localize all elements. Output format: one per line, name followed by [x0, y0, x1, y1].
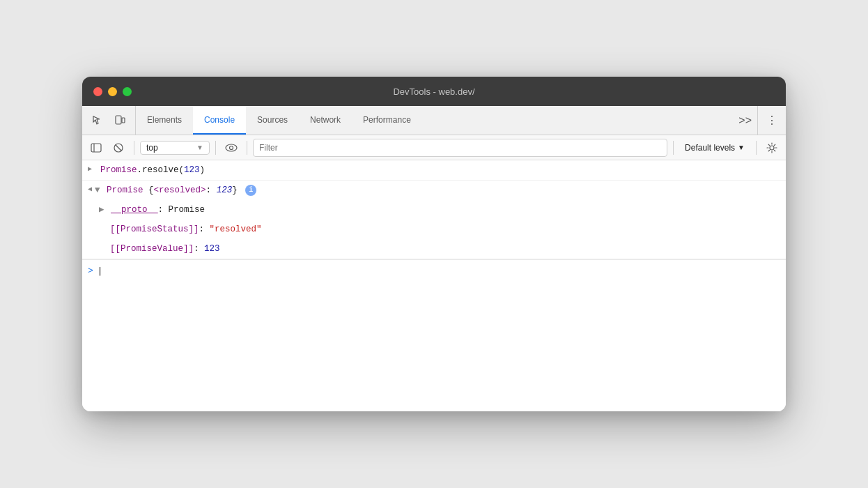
sidebar-toggle-button[interactable]: [86, 138, 106, 158]
proto-line: ▶ __proto__: Promise: [93, 200, 786, 220]
window-title: DevTools - web.dev/: [393, 86, 474, 97]
info-badge[interactable]: i: [245, 185, 256, 196]
context-arrow: ▼: [196, 144, 203, 151]
levels-arrow: ▼: [738, 144, 745, 151]
svg-point-6: [226, 144, 237, 151]
svg-point-7: [230, 146, 233, 149]
promise-main-line: ◀ ▼ Promise {<resolved>: 123} i: [82, 181, 786, 200]
toolbar-divider-4: [673, 141, 674, 155]
proto-content: ▶ __proto__: Promise: [99, 203, 780, 217]
tab-performance[interactable]: Performance: [352, 106, 422, 135]
minimize-button[interactable]: [108, 87, 117, 96]
svg-line-5: [116, 145, 121, 151]
promise-content: ▼ Promise {<resolved>: 123} i: [95, 183, 780, 197]
close-button[interactable]: [93, 87, 102, 96]
devtools-body: Elements Console Sources Network Perform…: [82, 106, 786, 411]
promise-value-content: [[PromiseValue]]: 123: [110, 242, 780, 256]
live-expressions-button[interactable]: [222, 138, 241, 158]
console-row-promise: ◀ ▼ Promise {<resolved>: 123} i ▶ __prot…: [82, 181, 786, 259]
traffic-lights: [82, 87, 132, 96]
promise-value-line: [[PromiseValue]]: 123: [104, 239, 786, 259]
titlebar: DevTools - web.dev/: [82, 77, 786, 106]
toolbar-divider-1: [134, 141, 134, 155]
device-icon[interactable]: [110, 111, 130, 130]
promise-status-content: [[PromiseStatus]]: "resolved": [110, 222, 780, 236]
svg-rect-0: [116, 116, 121, 124]
tab-icon-group: [82, 106, 136, 135]
proto-arrow[interactable]: ▶: [99, 205, 104, 215]
clear-console-button[interactable]: [109, 138, 128, 158]
svg-rect-2: [91, 144, 101, 152]
more-tabs-button[interactable]: >>: [733, 106, 757, 135]
tab-elements[interactable]: Elements: [136, 106, 193, 135]
toolbar-divider-5: [756, 141, 757, 155]
tabs-list: Elements Console Sources Network Perform…: [136, 106, 733, 135]
svg-rect-1: [122, 118, 125, 123]
console-toolbar: top ▼ Default levels ▼: [82, 135, 786, 160]
tab-sources[interactable]: Sources: [246, 106, 299, 135]
tabs-bar: Elements Console Sources Network Perform…: [82, 106, 786, 135]
console-prompt: >: [88, 266, 93, 276]
maximize-button[interactable]: [123, 87, 132, 96]
proto-key[interactable]: __proto__: [111, 205, 158, 215]
toolbar-divider-3: [247, 141, 247, 155]
console-input-text: Promise.resolve(123): [100, 163, 780, 177]
log-levels-button[interactable]: Default levels ▼: [679, 142, 750, 154]
console-cursor[interactable]: |: [98, 266, 103, 276]
output-back-arrow[interactable]: ◀: [88, 183, 92, 193]
tab-network[interactable]: Network: [299, 106, 352, 135]
tab-console[interactable]: Console: [193, 106, 246, 135]
kebab-menu-button[interactable]: ⋮: [757, 106, 786, 135]
filter-input[interactable]: [253, 139, 667, 157]
svg-point-8: [770, 146, 774, 150]
console-output: ▶ Promise.resolve(123) ◀ ▼ Promise {<res…: [82, 160, 786, 411]
settings-button[interactable]: [762, 138, 782, 158]
inspect-icon[interactable]: [88, 111, 107, 130]
toolbar-divider-2: [215, 141, 216, 155]
console-row-input: ▶ Promise.resolve(123): [82, 160, 786, 181]
console-input-row: > |: [82, 259, 786, 282]
context-selector[interactable]: top ▼: [140, 141, 210, 155]
promise-expand-arrow[interactable]: ▼: [95, 185, 100, 195]
devtools-window: DevTools - web.dev/: [82, 77, 786, 411]
input-arrow[interactable]: ▶: [88, 163, 96, 173]
promise-status-line: [[PromiseStatus]]: "resolved": [104, 220, 786, 239]
